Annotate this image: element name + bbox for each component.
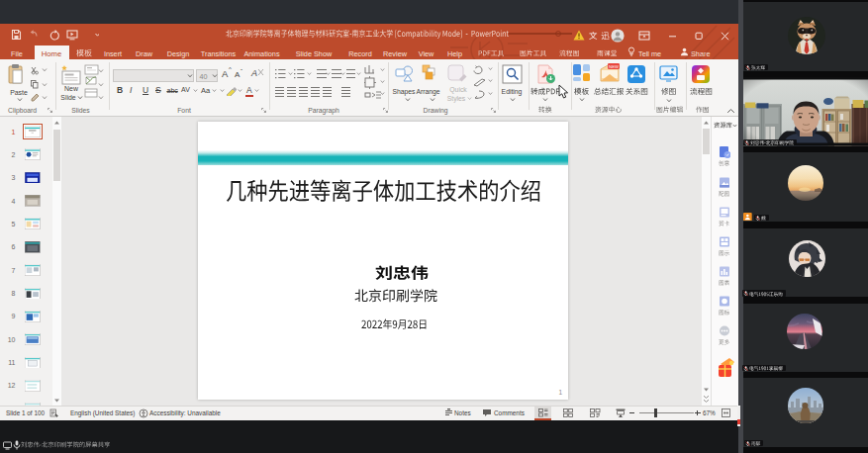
svg-text:NEW: NEW [609,64,619,69]
